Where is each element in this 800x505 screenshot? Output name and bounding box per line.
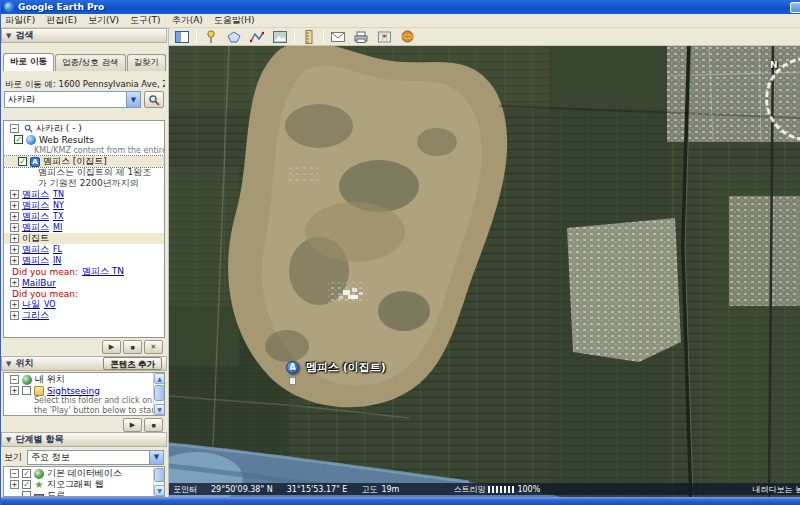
placemark-label[interactable]: 멤피스 (이집트) xyxy=(306,360,386,375)
result-rows-container: +멤피스TN+멤피스NY+멤피스TX+멤피스MI+이집트+멤피스FL+멤피스IN… xyxy=(4,189,164,321)
menu-item[interactable]: 파일(F) xyxy=(5,14,35,27)
map-viewport[interactable]: N A 멤피스 (이집트) 포인터 29°50'09.38" N 31°15'5… xyxy=(169,46,800,497)
tab-directions[interactable]: 길찾기 xyxy=(127,54,167,71)
menu-item[interactable]: 도움말(H) xyxy=(214,14,255,27)
search-panel-header[interactable]: ▼ 검색 xyxy=(1,28,167,43)
expander-icon[interactable]: + xyxy=(10,386,19,395)
layers-list: −✓기본 데이터베이스+✓★지오그래픽 웹+도로+미디어 갤러리 ▼ xyxy=(3,466,165,497)
streaming-bars-icon xyxy=(488,486,514,493)
checkbox-checked[interactable]: ✓ xyxy=(18,157,27,166)
places-row-label[interactable]: Sightseeing xyxy=(47,386,100,396)
title-bar[interactable]: Google Earth Pro xyxy=(1,0,800,14)
places-row-label: 내 위치 xyxy=(35,373,65,386)
stop-tour-button[interactable]: ■ xyxy=(144,418,163,432)
menu-item[interactable]: 보기(V) xyxy=(88,14,119,27)
add-image-overlay-button[interactable] xyxy=(271,29,289,44)
checkbox-checked[interactable]: ✓ xyxy=(14,135,23,144)
web-results-label: Web Results xyxy=(39,135,94,145)
search-results-root-row[interactable]: − 사카라 ( - ) xyxy=(4,123,164,134)
result-link[interactable]: MailBur xyxy=(22,278,56,288)
globe-icon xyxy=(34,469,44,479)
expander-icon[interactable]: + xyxy=(10,256,19,265)
menu-item[interactable]: 편집(E) xyxy=(46,14,77,27)
scroll-down-icon[interactable]: ▼ xyxy=(154,404,165,415)
placemark-marker[interactable]: A xyxy=(286,361,299,374)
checkbox-checked[interactable]: ✓ xyxy=(22,480,31,489)
checkbox-checked[interactable]: ✓ xyxy=(22,469,31,478)
combo-dropdown-icon[interactable]: ▼ xyxy=(149,451,163,464)
menu-item[interactable]: 도구(T) xyxy=(130,14,161,27)
pointer-label: 포인터 xyxy=(173,484,197,495)
result-suffix: FL xyxy=(53,245,62,254)
play-tour-button[interactable]: ▶ xyxy=(123,418,142,432)
tab-fly-to[interactable]: 바로 이동 xyxy=(3,53,54,71)
expander-icon[interactable]: + xyxy=(10,223,19,232)
collapse-triangle-icon: ▼ xyxy=(6,436,11,444)
google-maps-icon xyxy=(378,31,391,43)
add-polygon-button[interactable] xyxy=(225,29,243,44)
places-row[interactable]: +Sightseeing xyxy=(4,385,164,396)
add-content-button[interactable]: 콘텐츠 추가 xyxy=(103,357,162,370)
toolbar-separator xyxy=(323,30,324,43)
search-result-row[interactable]: +MailBur xyxy=(4,277,164,288)
scroll-down-icon[interactable]: ▼ xyxy=(154,485,165,496)
tab-find-businesses[interactable]: 업종/상호 검색 xyxy=(55,54,126,71)
menu-bar: 파일(F)편집(E)보기(V)도구(T)추가(A)도움말(H) xyxy=(1,14,800,28)
play-tour-button[interactable]: ▶ xyxy=(102,340,121,354)
search-result-row[interactable]: Did you mean:멤피스 TN xyxy=(4,266,164,277)
result-suffix: VO xyxy=(44,300,56,309)
stop-tour-button[interactable]: ■ xyxy=(123,340,142,354)
expander-icon[interactable]: + xyxy=(10,245,19,254)
add-placemark-button[interactable] xyxy=(202,29,220,44)
expander-icon[interactable]: + xyxy=(10,234,19,243)
expander-icon[interactable]: + xyxy=(10,480,19,489)
combo-dropdown-icon[interactable]: ▼ xyxy=(126,92,140,107)
search-result-row[interactable]: +그리스 xyxy=(4,310,164,321)
web-results-row[interactable]: ✓ Web Results xyxy=(4,134,164,145)
layers-view-value: 주요 정보 xyxy=(31,451,149,464)
result-suffix: TN xyxy=(53,190,64,199)
add-placemark-icon xyxy=(205,30,217,44)
expander-icon[interactable]: + xyxy=(10,201,19,210)
expander-icon[interactable]: − xyxy=(10,375,19,384)
google-earth-window: Google Earth Pro 파일(F)편집(E)보기(V)도구(T)추가(… xyxy=(0,0,800,505)
layer-row[interactable]: +✓★지오그래픽 웹 xyxy=(4,479,164,490)
layers-view-select[interactable]: 주요 정보 ▼ xyxy=(27,450,164,465)
placemark-sub-icon[interactable] xyxy=(289,377,296,385)
expander-icon[interactable]: + xyxy=(10,278,19,287)
ruler-button[interactable] xyxy=(300,29,318,44)
web-results-subtitle: KML/KMZ content from the entire Web xyxy=(34,146,165,155)
checkbox-unchecked[interactable] xyxy=(22,386,31,395)
layers-scrollbar[interactable]: ▼ xyxy=(153,467,164,496)
layers-view-label: 보기 xyxy=(4,451,22,464)
add-path-button[interactable] xyxy=(248,29,266,44)
places-row[interactable]: −내 위치 xyxy=(4,374,164,385)
result-suffix: MI xyxy=(53,223,62,232)
expander-icon[interactable]: + xyxy=(10,300,19,309)
search-button[interactable] xyxy=(144,91,164,108)
print-button[interactable] xyxy=(352,29,370,44)
expander-icon[interactable]: + xyxy=(10,311,19,320)
pointer-longitude: 31°15'53.17" E xyxy=(287,485,348,494)
result-link[interactable]: 그리스 xyxy=(22,309,49,322)
app-globe-icon xyxy=(4,2,14,12)
expander-icon[interactable]: − xyxy=(10,124,19,133)
sky-button[interactable] xyxy=(398,29,416,44)
menu-item[interactable]: 추가(A) xyxy=(172,14,203,27)
expander-icon[interactable]: + xyxy=(10,212,19,221)
map-toolbar xyxy=(169,28,800,46)
expander-icon[interactable]: − xyxy=(10,469,19,478)
email-button[interactable] xyxy=(329,29,347,44)
window-control-button[interactable] xyxy=(790,2,800,13)
sidebar-toggle-button[interactable] xyxy=(173,29,191,44)
search-input[interactable]: 사카라 ▼ xyxy=(4,91,141,108)
view-in-google-maps-button[interactable] xyxy=(375,29,393,44)
scroll-up-icon[interactable]: ▲ xyxy=(154,373,165,384)
layers-panel-header[interactable]: ▼ 단계별 항목 xyxy=(1,432,167,447)
expander-icon[interactable]: + xyxy=(10,190,19,199)
clear-results-button[interactable]: ✕ xyxy=(144,340,163,354)
places-scrollbar[interactable]: ▲ ▼ xyxy=(153,373,164,415)
places-panel-header[interactable]: ▼ 위치 콘텐츠 추가 xyxy=(1,356,167,371)
add-image-overlay-icon xyxy=(273,31,287,43)
layer-row[interactable]: +도로 xyxy=(4,490,164,497)
